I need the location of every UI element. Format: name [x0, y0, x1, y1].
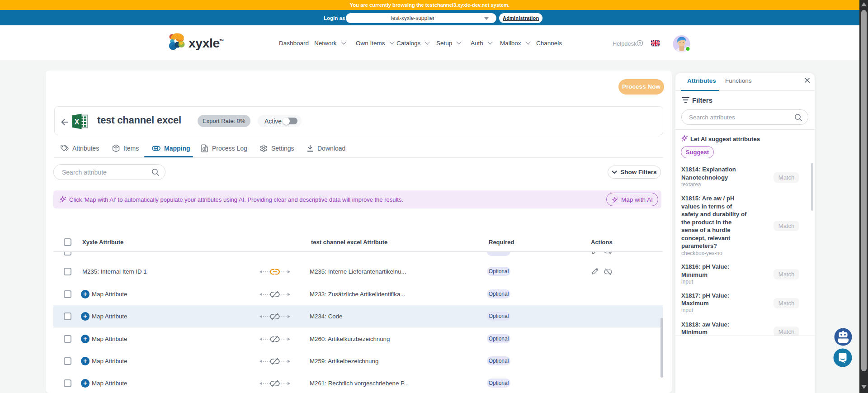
- svg-text:?: ?: [639, 41, 641, 46]
- svg-text:X: X: [74, 118, 79, 126]
